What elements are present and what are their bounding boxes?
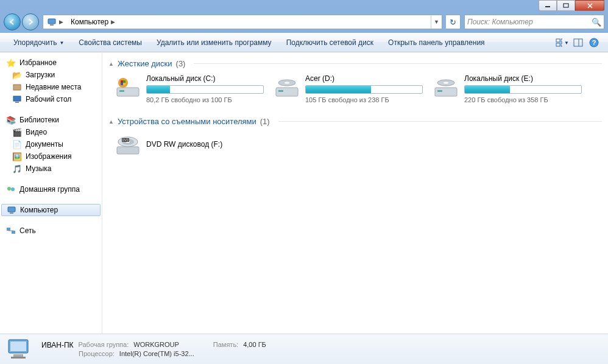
video-icon: 🎬 [12,127,22,137]
network-icon [6,226,16,236]
svg-rect-14 [15,102,19,103]
sidebar-downloads[interactable]: 📂Загрузки [0,69,102,81]
drive-item[interactable]: Локальный диск (C:) 80,2 ГБ свободно из … [115,74,264,103]
sidebar-video[interactable]: 🎬Видео [0,126,102,138]
sidebar-recent[interactable]: Недавние места [0,81,102,93]
content-area: ⭐Избранное 📂Загрузки Недавние места Рабо… [0,52,608,334]
drive-free-text: 80,2 ГБ свободно из 100 ГБ [146,96,264,103]
drive-usage-bar [146,85,264,94]
help-button[interactable]: ? [587,36,601,49]
view-options-button[interactable]: ▼ [556,36,569,49]
svg-rect-25 [121,80,123,83]
svg-point-15 [7,187,11,191]
sidebar-desktop[interactable]: Рабочий стол [0,93,102,105]
sidebar-computer[interactable]: Компьютер [1,204,101,216]
main-panel: ▲ Жесткие диски (3) Локальный диск (C:) … [102,53,608,334]
drive-name: DVD RW дисковод (F:) [146,140,222,149]
organize-menu[interactable]: Упорядочить▼ [6,33,71,52]
search-icon: 🔍 [592,18,601,27]
maximize-button[interactable] [557,0,575,11]
statusbar: ИВАН-ПК Рабочая группа: WORKGROUP Память… [0,334,608,364]
collapse-icon: ▲ [108,61,114,67]
map-network-drive-button[interactable]: Подключить сетевой диск [279,33,381,52]
minimize-button[interactable] [539,0,557,11]
svg-text:?: ? [592,39,596,46]
close-button[interactable] [575,0,604,11]
refresh-button[interactable]: ↻ [446,15,461,29]
recent-icon [12,82,22,92]
svg-rect-19 [7,228,10,231]
sidebar: ⭐Избранное 📂Загрузки Недавние места Рабо… [0,53,102,334]
homegroup-icon [6,184,16,194]
svg-point-16 [11,187,15,191]
drive-free-text: 220 ГБ свободно из 358 ГБ [464,96,582,103]
breadcrumb-segment[interactable]: Компьютер ▶ [67,15,119,29]
computer-icon [47,17,57,27]
svg-rect-7 [561,43,562,46]
computer-name: ИВАН-ПК [41,341,74,349]
system-properties-button[interactable]: Свойства системы [71,33,149,52]
svg-rect-45 [13,354,23,357]
svg-rect-3 [50,24,54,26]
toolbar: Упорядочить▼ Свойства системы Удалить ил… [0,33,608,52]
back-button[interactable] [4,13,21,30]
breadcrumb-label: Компьютер [71,18,108,26]
svg-rect-1 [564,4,568,7]
address-dropdown[interactable]: ▼ [431,15,442,29]
svg-rect-44 [10,341,26,351]
svg-rect-13 [13,96,21,101]
computer-large-icon [6,336,33,363]
hard-drives-section[interactable]: ▲ Жесткие диски (3) [108,57,602,71]
svg-rect-12 [13,85,21,90]
drive-name: Локальный диск (E:) [464,74,582,83]
music-icon: 🎵 [12,164,22,173]
search-placeholder: Поиск: Компьютер [467,18,533,26]
explorer-window: ▶ Компьютер ▶ ▼ ↻ Поиск: Компьютер 🔍 Упо… [0,0,608,364]
sidebar-music[interactable]: 🎵Музыка [0,163,102,175]
open-control-panel-button[interactable]: Открыть панель управления [381,33,492,52]
forward-button[interactable] [22,13,39,30]
folder-icon: 📂 [12,70,22,80]
svg-rect-8 [574,39,582,46]
sidebar-documents[interactable]: 📄Документы [0,138,102,150]
svg-rect-34 [437,90,442,92]
hard-drive-icon [115,74,141,101]
sidebar-network[interactable]: Сеть [0,225,102,237]
drive-name: Acer (D:) [305,74,423,83]
drive-item[interactable]: Локальный диск (E:) 220 ГБ свободно из 3… [433,74,582,103]
dvd-drive-icon: DVD [115,132,141,159]
svg-rect-28 [123,83,125,85]
svg-rect-5 [561,39,562,42]
chevron-right-icon: ▶ [59,19,63,25]
chevron-right-icon: ▶ [111,19,115,25]
hard-drive-icon [433,74,459,101]
computer-icon [7,205,16,215]
collapse-icon: ▲ [108,119,114,125]
svg-rect-26 [123,80,125,83]
removable-section[interactable]: ▲ Устройства со съемными носителями (1) [108,114,602,128]
removable-drive-item[interactable]: DVD DVD RW дисковод (F:) [108,132,602,159]
sidebar-libraries[interactable]: 📚Библиотеки [0,114,102,126]
svg-rect-4 [556,39,560,42]
svg-point-36 [444,82,448,84]
svg-rect-2 [48,19,55,24]
drive-free-text: 105 ГБ свободно из 238 ГБ [305,96,423,103]
preview-pane-button[interactable] [571,36,585,49]
uninstall-program-button[interactable]: Удалить или изменить программу [149,33,279,52]
desktop-icon [12,94,22,104]
search-input[interactable]: Поиск: Компьютер 🔍 [464,15,604,29]
svg-rect-27 [121,83,123,85]
svg-rect-18 [10,212,13,214]
svg-rect-20 [12,231,15,234]
sidebar-favorites[interactable]: ⭐Избранное [0,57,102,69]
address-bar[interactable]: ▶ Компьютер ▶ ▼ [43,15,442,29]
drive-usage-bar [464,85,582,94]
svg-point-32 [285,82,289,84]
hard-drive-icon [274,74,300,101]
drive-item[interactable]: Acer (D:) 105 ГБ свободно из 238 ГБ [274,74,423,103]
navbar: ▶ Компьютер ▶ ▼ ↻ Поиск: Компьютер 🔍 [0,11,608,33]
svg-rect-37 [117,147,139,154]
sidebar-homegroup[interactable]: Домашняя группа [0,183,102,195]
sidebar-images[interactable]: 🖼️Изображения [0,150,102,163]
svg-text:DVD: DVD [122,138,129,142]
